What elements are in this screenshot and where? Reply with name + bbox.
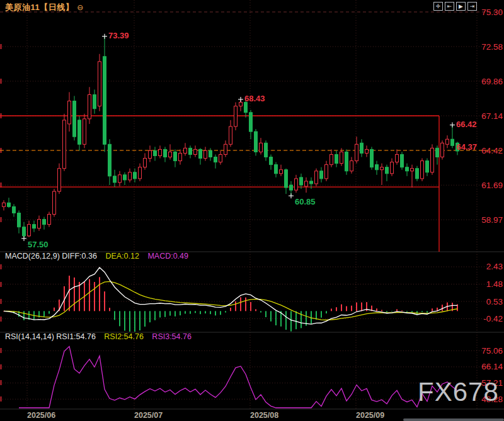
clipped-left-axis-fragment bbox=[0, 348, 2, 353]
scale-left-button[interactable]: ⇤ bbox=[445, 2, 454, 11]
candle-body bbox=[108, 144, 112, 176]
macd-bar bbox=[54, 308, 55, 312]
candle-body bbox=[396, 154, 399, 162]
auto-scroll-button[interactable]: ▶ bbox=[456, 2, 466, 11]
macd-bar bbox=[104, 291, 105, 311]
candles-group bbox=[3, 36, 459, 239]
candle-body bbox=[53, 191, 56, 214]
candle-body bbox=[83, 119, 86, 144]
horizontal-scrollbar-thumb[interactable] bbox=[403, 418, 504, 421]
candle-body bbox=[144, 159, 147, 167]
macd-bar bbox=[124, 311, 125, 330]
candle-body bbox=[164, 149, 167, 157]
macd-bar bbox=[195, 311, 196, 313]
candle-body bbox=[199, 149, 202, 158]
macd-bar bbox=[49, 311, 50, 313]
candle-body bbox=[159, 149, 162, 155]
macd-macd-label: MACD:0.49 bbox=[147, 252, 188, 261]
candle-body bbox=[38, 220, 41, 228]
macd-bar bbox=[336, 307, 337, 311]
jump-to-latest-button[interactable]: ⇥ bbox=[467, 2, 477, 11]
macd-bar bbox=[134, 311, 135, 332]
candle-body bbox=[103, 57, 106, 145]
macd-bar bbox=[240, 297, 241, 311]
candle-body bbox=[234, 106, 238, 126]
candle-body bbox=[224, 144, 227, 154]
clipped-left-axis-fragment bbox=[0, 282, 2, 287]
candle-body bbox=[310, 181, 313, 184]
macd-bar bbox=[432, 308, 433, 311]
chart-canvas[interactable]: 57.5073.3968.4360.8566.4264.3775.3072.58… bbox=[0, 0, 504, 421]
rsi-axis-label: 75.06 bbox=[481, 346, 503, 356]
candle-body bbox=[370, 149, 374, 167]
macd-bar bbox=[391, 311, 392, 312]
macd-bar bbox=[411, 311, 413, 312]
clipped-left-axis-fragment bbox=[0, 264, 2, 269]
candle-body bbox=[63, 120, 66, 169]
crosshair-tool-button[interactable]: ✛ bbox=[433, 2, 443, 11]
candle-body bbox=[255, 132, 258, 152]
macd-bar bbox=[74, 278, 75, 311]
macd-dea-label: DEA:0.12 bbox=[105, 252, 139, 261]
candle-body bbox=[290, 185, 293, 190]
candle-body bbox=[345, 152, 348, 171]
clipped-left-axis-fragment bbox=[0, 299, 2, 304]
candle-body bbox=[320, 171, 323, 179]
macd-bar bbox=[260, 311, 261, 312]
candle-body bbox=[436, 148, 439, 157]
candle-body bbox=[391, 162, 394, 174]
macd-bar bbox=[421, 311, 423, 312]
candle-body bbox=[375, 165, 379, 170]
candle-body bbox=[451, 139, 454, 145]
macd-bar bbox=[114, 311, 115, 320]
candle-body bbox=[149, 150, 152, 158]
candle-body bbox=[229, 126, 232, 144]
x-axis-month-label: 2025/09 bbox=[356, 411, 384, 420]
price-axis-label: 64.42 bbox=[481, 146, 503, 155]
macd-bar bbox=[225, 311, 226, 312]
macd-bar bbox=[43, 311, 45, 317]
macd-bar bbox=[159, 311, 161, 317]
candle-body bbox=[93, 94, 96, 108]
clipped-left-axis-fragment bbox=[0, 217, 2, 222]
candle-body bbox=[421, 161, 424, 179]
low-price-annotation: 60.85 bbox=[295, 197, 316, 206]
candle-body bbox=[249, 113, 253, 132]
candle-body bbox=[244, 103, 248, 113]
macd-bar bbox=[331, 308, 332, 311]
clipped-left-axis-fragment bbox=[0, 79, 2, 84]
candle-body bbox=[305, 181, 308, 186]
macd-bar bbox=[326, 311, 327, 313]
macd-bar bbox=[119, 311, 120, 326]
macd-axis-label: 0.53 bbox=[486, 297, 503, 306]
x-axis-month-label: 2025/06 bbox=[27, 411, 55, 420]
x-axis-month-label: 2025/07 bbox=[134, 411, 163, 420]
macd-bar bbox=[169, 311, 171, 315]
macd-axis-label: -0.42 bbox=[483, 314, 503, 323]
candle-body bbox=[214, 157, 217, 162]
candle-body bbox=[3, 203, 6, 206]
candle-body bbox=[28, 225, 31, 236]
candle-body bbox=[239, 103, 243, 106]
candle-body bbox=[118, 175, 122, 182]
macd-bar bbox=[396, 309, 398, 311]
rsi-pane-header: RSI(14,14,14) RSI1:54.76 RSI2:54.76 RSI3… bbox=[5, 332, 192, 341]
macd-bar bbox=[376, 308, 377, 311]
candle-body bbox=[98, 62, 101, 106]
candle-body bbox=[300, 177, 303, 185]
macd-bar bbox=[139, 311, 140, 330]
candle-body bbox=[154, 150, 157, 155]
clipped-left-axis-fragment bbox=[0, 317, 2, 322]
macd-bar bbox=[301, 311, 302, 328]
collapse-pane-icon[interactable]: ⊖ bbox=[77, 3, 84, 12]
macd-bar bbox=[346, 306, 347, 312]
macd-bar bbox=[351, 306, 352, 312]
macd-bar bbox=[427, 311, 428, 312]
candle-body bbox=[260, 143, 263, 152]
candle-body bbox=[129, 172, 132, 180]
candle-body bbox=[123, 175, 127, 180]
candle-body bbox=[431, 148, 434, 172]
price-axis-label: 69.86 bbox=[481, 77, 503, 86]
candle-body bbox=[270, 157, 273, 165]
candle-body bbox=[335, 154, 338, 163]
